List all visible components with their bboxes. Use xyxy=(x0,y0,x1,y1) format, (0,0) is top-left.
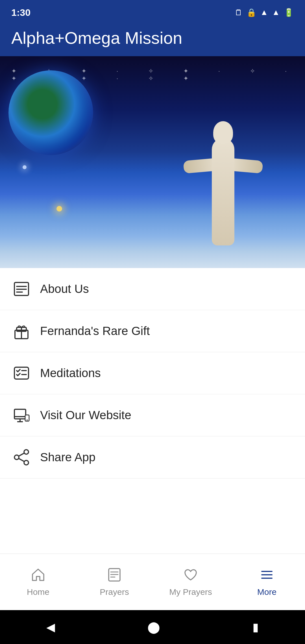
prayers-nav-icon xyxy=(107,567,122,584)
wifi-icon: ▲ xyxy=(260,8,268,17)
prayers-nav-label: Prayers xyxy=(100,587,129,597)
svg-line-20 xyxy=(19,458,24,462)
android-back-button[interactable]: ◀ xyxy=(46,621,55,634)
nav-item-prayers[interactable]: Prayers xyxy=(76,554,152,610)
about-us-label: About Us xyxy=(40,282,89,296)
statue-body xyxy=(212,138,234,245)
android-recents-button[interactable]: ▮ xyxy=(252,621,259,634)
app-title-bar: Alpha+Omega Mission xyxy=(0,23,305,56)
my-prayers-nav-label: My Prayers xyxy=(169,587,212,597)
svg-point-16 xyxy=(24,450,29,454)
my-prayers-nav-icon xyxy=(183,567,198,584)
about-us-icon xyxy=(11,279,32,299)
svg-point-18 xyxy=(24,460,29,465)
notification-icon: 🗒 xyxy=(235,8,243,17)
share-app-label: Share App xyxy=(40,451,95,464)
bottom-nav: Home Prayers My Prayers xyxy=(0,554,305,610)
content-spacer xyxy=(0,497,305,554)
menu-item-visit-website[interactable]: Visit Our Website xyxy=(0,394,305,436)
nav-item-more[interactable]: More xyxy=(229,554,305,610)
status-bar: 1:30 🗒 🔒 ▲ ▲ 🔋 xyxy=(0,0,305,23)
christ-statue xyxy=(184,110,263,245)
fernandas-rare-gift-label: Fernanda's Rare Gift xyxy=(40,324,150,338)
android-home-button[interactable]: ⬤ xyxy=(147,621,160,634)
menu-list: About Us Fernanda's Rare Gift Medi xyxy=(0,268,305,497)
meditations-icon xyxy=(11,363,32,383)
home-nav-icon xyxy=(31,567,45,584)
menu-item-meditations[interactable]: Meditations xyxy=(0,352,305,394)
home-nav-label: Home xyxy=(27,587,49,597)
battery-icon: 🔋 xyxy=(284,8,294,17)
meditations-label: Meditations xyxy=(40,366,101,380)
share-icon xyxy=(11,447,32,467)
website-icon xyxy=(11,405,32,425)
statue-head xyxy=(213,121,233,144)
app-title: Alpha+Omega Mission xyxy=(11,28,294,48)
status-icons: 🗒 🔒 ▲ ▲ 🔋 xyxy=(235,8,294,17)
lock-icon: 🔒 xyxy=(247,8,256,17)
nav-item-home[interactable]: Home xyxy=(0,554,76,610)
svg-rect-7 xyxy=(14,367,29,379)
nav-item-my-prayers[interactable]: My Prayers xyxy=(152,554,229,610)
earth-decoration xyxy=(8,70,93,155)
menu-item-fernandas-rare-gift[interactable]: Fernanda's Rare Gift xyxy=(0,310,305,352)
android-nav-bar: ◀ ⬤ ▮ xyxy=(0,610,305,644)
svg-rect-10 xyxy=(14,409,26,419)
hero-image xyxy=(0,56,305,268)
more-nav-icon xyxy=(260,567,274,584)
status-time: 1:30 xyxy=(11,7,30,18)
svg-line-19 xyxy=(19,453,24,456)
svg-point-17 xyxy=(14,455,19,460)
gift-icon xyxy=(11,321,32,341)
menu-item-share-app[interactable]: Share App xyxy=(0,436,305,478)
svg-point-15 xyxy=(27,419,28,421)
star-glow-1 xyxy=(56,206,62,212)
menu-item-about-us[interactable]: About Us xyxy=(0,268,305,310)
more-nav-label: More xyxy=(257,587,276,597)
visit-website-label: Visit Our Website xyxy=(40,408,131,422)
star-glow-2 xyxy=(23,165,27,169)
signal-icon: ▲ xyxy=(272,8,280,17)
